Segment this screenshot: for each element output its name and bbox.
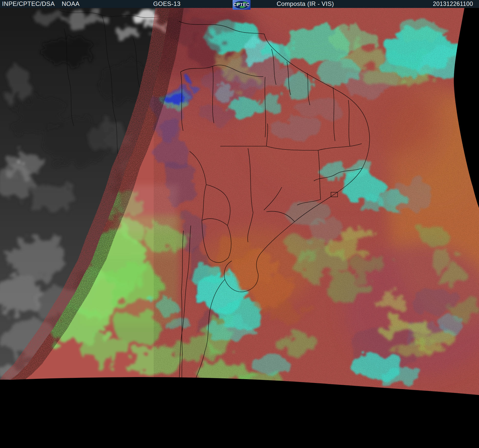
noaa-label: NOAA — [62, 0, 80, 8]
cptec-logo-text: CPTEC — [233, 0, 251, 10]
satellite-composite-svg — [0, 8, 479, 448]
title-bar: INPE/CPTEC/DSA NOAA GOES-13 Composta (IR… — [0, 0, 479, 8]
satellite-label: GOES-13 — [153, 0, 181, 8]
satellite-image — [0, 8, 479, 448]
timestamp-label: 201312261100 — [433, 0, 473, 8]
cptec-logo: CPTEC — [233, 0, 251, 10]
agency-label: INPE/CPTEC/DSA — [2, 0, 55, 8]
product-label: Composta (IR - VIS) — [277, 0, 334, 8]
satellite-product-page: INPE/CPTEC/DSA NOAA GOES-13 Composta (IR… — [0, 0, 479, 448]
